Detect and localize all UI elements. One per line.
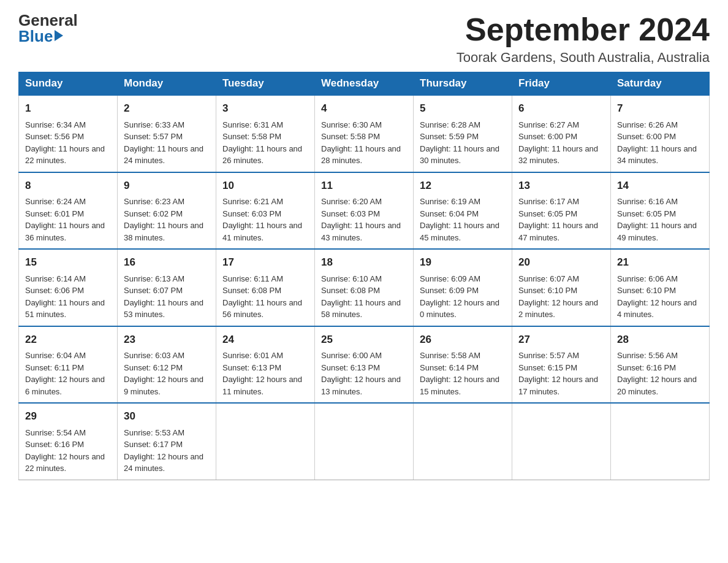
daylight-text: Daylight: 12 hours and 17 minutes. xyxy=(518,375,598,396)
daylight-text: Daylight: 11 hours and 41 minutes. xyxy=(222,221,302,242)
sunrise-text: Sunrise: 6:27 AM xyxy=(518,120,579,129)
calendar-cell: 4Sunrise: 6:30 AMSunset: 5:58 PMDaylight… xyxy=(315,95,414,172)
sunrise-text: Sunrise: 5:57 AM xyxy=(518,351,579,360)
calendar-cell: 7Sunrise: 6:26 AMSunset: 6:00 PMDaylight… xyxy=(611,95,710,172)
sunset-text: Sunset: 6:00 PM xyxy=(617,132,676,141)
header-row: Sunday Monday Tuesday Wednesday Thursday… xyxy=(19,72,710,96)
day-number: 10 xyxy=(222,178,308,194)
week-row-1: 1Sunrise: 6:34 AMSunset: 5:56 PMDaylight… xyxy=(19,95,710,172)
day-number: 7 xyxy=(617,101,703,117)
calendar-cell: 25Sunrise: 6:00 AMSunset: 6:13 PMDayligh… xyxy=(315,326,414,404)
sunrise-text: Sunrise: 6:26 AM xyxy=(617,120,678,129)
daylight-text: Daylight: 12 hours and 13 minutes. xyxy=(321,375,401,396)
calendar-cell: 19Sunrise: 6:09 AMSunset: 6:09 PMDayligh… xyxy=(414,249,512,326)
sunrise-text: Sunrise: 6:23 AM xyxy=(124,197,184,206)
daylight-text: Daylight: 11 hours and 26 minutes. xyxy=(222,144,302,166)
daylight-text: Daylight: 12 hours and 2 minutes. xyxy=(518,298,598,320)
day-number: 8 xyxy=(25,178,111,194)
sunrise-text: Sunrise: 6:00 AM xyxy=(321,351,382,360)
day-number: 19 xyxy=(420,255,506,270)
day-number: 29 xyxy=(25,408,111,424)
sunrise-text: Sunrise: 6:07 AM xyxy=(518,274,579,283)
day-number: 21 xyxy=(617,255,703,270)
sunset-text: Sunset: 6:12 PM xyxy=(124,363,183,372)
sunrise-text: Sunrise: 6:28 AM xyxy=(420,120,480,129)
calendar-cell: 27Sunrise: 5:57 AMSunset: 6:15 PMDayligh… xyxy=(512,326,611,404)
sunrise-text: Sunrise: 6:20 AM xyxy=(321,197,382,206)
sunset-text: Sunset: 6:14 PM xyxy=(420,363,479,372)
sunset-text: Sunset: 6:13 PM xyxy=(222,363,281,372)
sunset-text: Sunset: 5:58 PM xyxy=(321,132,380,141)
day-number: 11 xyxy=(321,178,407,194)
sunrise-text: Sunrise: 6:01 AM xyxy=(222,351,283,360)
calendar-cell: 11Sunrise: 6:20 AMSunset: 6:03 PMDayligh… xyxy=(315,172,414,250)
header-thursday: Thursday xyxy=(414,72,512,96)
sunrise-text: Sunrise: 6:30 AM xyxy=(321,120,382,129)
daylight-text: Daylight: 11 hours and 47 minutes. xyxy=(518,221,598,242)
day-number: 1 xyxy=(25,101,111,117)
daylight-text: Daylight: 11 hours and 24 minutes. xyxy=(124,144,203,166)
title-area: September 2024 Toorak Gardens, South Aus… xyxy=(457,12,710,66)
logo-arrow-icon xyxy=(55,30,63,41)
sunrise-text: Sunrise: 6:11 AM xyxy=(222,274,283,283)
sunrise-text: Sunrise: 6:10 AM xyxy=(321,274,382,283)
sunrise-text: Sunrise: 6:31 AM xyxy=(222,120,283,129)
sunset-text: Sunset: 6:08 PM xyxy=(321,286,380,295)
sunrise-text: Sunrise: 5:53 AM xyxy=(124,428,184,437)
day-number: 20 xyxy=(518,255,604,270)
calendar-cell: 15Sunrise: 6:14 AMSunset: 6:06 PMDayligh… xyxy=(19,249,118,326)
day-number: 6 xyxy=(518,101,604,117)
calendar-cell: 12Sunrise: 6:19 AMSunset: 6:04 PMDayligh… xyxy=(414,172,512,250)
calendar-cell: 24Sunrise: 6:01 AMSunset: 6:13 PMDayligh… xyxy=(216,326,315,404)
daylight-text: Daylight: 12 hours and 9 minutes. xyxy=(124,375,203,396)
daylight-text: Daylight: 12 hours and 22 minutes. xyxy=(25,452,105,473)
daylight-text: Daylight: 12 hours and 15 minutes. xyxy=(420,375,499,396)
calendar-cell: 30Sunrise: 5:53 AMSunset: 6:17 PMDayligh… xyxy=(118,403,216,480)
daylight-text: Daylight: 12 hours and 4 minutes. xyxy=(617,298,697,320)
day-number: 13 xyxy=(518,178,604,194)
sunset-text: Sunset: 6:00 PM xyxy=(518,132,577,141)
sunset-text: Sunset: 6:05 PM xyxy=(518,209,577,218)
day-number: 24 xyxy=(222,332,308,348)
location-subtitle: Toorak Gardens, South Australia, Austral… xyxy=(457,50,710,66)
sunset-text: Sunset: 6:03 PM xyxy=(321,209,380,218)
sunset-text: Sunset: 6:04 PM xyxy=(420,209,479,218)
calendar-cell: 10Sunrise: 6:21 AMSunset: 6:03 PMDayligh… xyxy=(216,172,315,250)
calendar-cell xyxy=(512,403,611,480)
calendar-cell xyxy=(414,403,512,480)
sunset-text: Sunset: 6:02 PM xyxy=(124,209,183,218)
calendar-cell: 20Sunrise: 6:07 AMSunset: 6:10 PMDayligh… xyxy=(512,249,611,326)
daylight-text: Daylight: 11 hours and 36 minutes. xyxy=(25,221,105,242)
calendar-cell: 21Sunrise: 6:06 AMSunset: 6:10 PMDayligh… xyxy=(611,249,710,326)
week-row-5: 29Sunrise: 5:54 AMSunset: 6:16 PMDayligh… xyxy=(19,403,710,480)
day-number: 22 xyxy=(25,332,111,348)
calendar-cell: 16Sunrise: 6:13 AMSunset: 6:07 PMDayligh… xyxy=(118,249,216,326)
daylight-text: Daylight: 12 hours and 6 minutes. xyxy=(25,375,105,396)
sunrise-text: Sunrise: 5:54 AM xyxy=(25,428,86,437)
calendar-cell: 2Sunrise: 6:33 AMSunset: 5:57 PMDaylight… xyxy=(118,95,216,172)
calendar-cell: 9Sunrise: 6:23 AMSunset: 6:02 PMDaylight… xyxy=(118,172,216,250)
sunset-text: Sunset: 6:01 PM xyxy=(25,209,84,218)
week-row-3: 15Sunrise: 6:14 AMSunset: 6:06 PMDayligh… xyxy=(19,249,710,326)
daylight-text: Daylight: 12 hours and 20 minutes. xyxy=(617,375,697,396)
day-number: 9 xyxy=(124,178,210,194)
header-wednesday: Wednesday xyxy=(315,72,414,96)
daylight-text: Daylight: 11 hours and 43 minutes. xyxy=(321,221,401,242)
header-sunday: Sunday xyxy=(19,72,118,96)
daylight-text: Daylight: 11 hours and 30 minutes. xyxy=(420,144,499,166)
day-number: 15 xyxy=(25,255,111,270)
sunset-text: Sunset: 6:06 PM xyxy=(25,286,84,295)
calendar-cell: 3Sunrise: 6:31 AMSunset: 5:58 PMDaylight… xyxy=(216,95,315,172)
daylight-text: Daylight: 12 hours and 0 minutes. xyxy=(420,298,499,320)
sunrise-text: Sunrise: 6:19 AM xyxy=(420,197,480,206)
calendar-cell: 23Sunrise: 6:03 AMSunset: 6:12 PMDayligh… xyxy=(118,326,216,404)
logo-general-text: General xyxy=(18,12,78,28)
day-number: 26 xyxy=(420,332,506,348)
daylight-text: Daylight: 11 hours and 49 minutes. xyxy=(617,221,697,242)
sunset-text: Sunset: 5:59 PM xyxy=(420,132,479,141)
calendar-cell: 22Sunrise: 6:04 AMSunset: 6:11 PMDayligh… xyxy=(19,326,118,404)
sunset-text: Sunset: 6:09 PM xyxy=(420,286,479,295)
header-friday: Friday xyxy=(512,72,611,96)
sunset-text: Sunset: 6:13 PM xyxy=(321,363,380,372)
sunset-text: Sunset: 6:11 PM xyxy=(25,363,84,372)
